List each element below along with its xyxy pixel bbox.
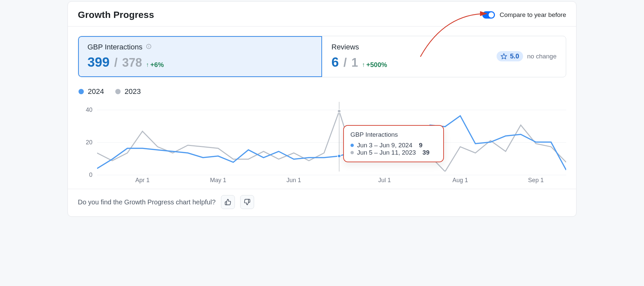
tooltip-title: GBP Interactions (350, 131, 437, 138)
value-sep: / (114, 56, 118, 70)
feedback-question: Do you find the Growth Progress chart he… (78, 198, 216, 206)
tooltip-dot (350, 151, 354, 154)
page-title: Growth Progress (78, 10, 154, 20)
svg-marker-3 (501, 53, 507, 59)
arrow-up-icon: ↑ (146, 61, 149, 68)
tab-values: 6 / 1 ↑ +500% (332, 55, 387, 70)
x-tick-label: Apr 1 (135, 177, 150, 184)
tab-reviews[interactable]: Reviews 6 / 1 ↑ +500% (322, 36, 566, 77)
tooltip-row: Jun 3 – Jun 9, 2024 9 (350, 142, 437, 149)
legend-item-prev[interactable]: 2023 (115, 87, 141, 96)
series-current-line (97, 116, 566, 170)
x-tick-label: Aug 1 (453, 177, 468, 184)
legend-label: 2023 (125, 87, 141, 96)
value-current: 6 (332, 55, 339, 70)
tab-label-text: GBP Interactions (87, 43, 142, 51)
metric-tabs: GBP Interactions 399 / 378 ↑ +6% (78, 36, 566, 77)
growth-progress-card: Growth Progress Compare to year before G… (68, 1, 576, 217)
compare-toggle[interactable] (482, 11, 495, 19)
feedback-bar: Do you find the Growth Progress chart he… (68, 189, 576, 216)
value-delta: ↑ +500% (362, 61, 387, 69)
hover-point (338, 154, 341, 158)
tooltip-row: Jun 5 – Jun 11, 2023 39 (350, 149, 437, 156)
thumbs-down-icon (244, 199, 250, 205)
tab-values: 399 / 378 ↑ +6% (87, 55, 313, 70)
tab-label: GBP Interactions (87, 43, 313, 51)
value-sep: / (344, 56, 347, 70)
delta-text: +500% (366, 61, 387, 69)
x-tick-label: May 1 (210, 177, 226, 184)
info-icon[interactable] (146, 43, 152, 51)
compare-toggle-wrap: Compare to year before (482, 11, 566, 19)
chart[interactable]: 02040 Apr 1May 1Jun 1Jul 1Aug 1Sep 1 GBP… (78, 99, 566, 185)
legend-label: 2024 (88, 87, 104, 96)
thumbs-down-button[interactable] (240, 195, 254, 209)
chart-tooltip: GBP Interactions Jun 3 – Jun 9, 2024 9 J… (343, 125, 444, 162)
thumbs-up-button[interactable] (221, 195, 235, 209)
tooltip-dot (350, 144, 354, 147)
y-tick-label: 20 (86, 139, 92, 146)
x-tick-label: Jun 1 (287, 177, 301, 184)
tooltip-label: Jun 3 – Jun 9, 2024 (357, 142, 412, 149)
tab-label: Reviews (332, 43, 387, 51)
thumbs-up-icon (225, 199, 231, 205)
hover-point (338, 109, 341, 113)
legend-item-current[interactable]: 2024 (79, 87, 104, 96)
tab-label-text: Reviews (332, 43, 359, 51)
x-axis: Apr 1May 1Jun 1Jul 1Aug 1Sep 1 (97, 177, 566, 185)
svg-point-2 (148, 45, 149, 46)
chart-legend: 2024 2023 (79, 87, 566, 96)
review-score-change: no change (527, 53, 557, 60)
tooltip-value: 9 (419, 142, 423, 149)
star-icon (501, 53, 507, 60)
legend-dot (79, 89, 84, 94)
delta-text: +6% (150, 61, 164, 69)
x-tick-label: Sep 1 (528, 177, 544, 184)
y-tick-label: 0 (89, 172, 92, 179)
chart-lines (97, 102, 566, 172)
tab-gbp-interactions[interactable]: GBP Interactions 399 / 378 ↑ +6% (78, 36, 322, 77)
legend-dot (115, 89, 121, 94)
value-prev: 1 (351, 56, 358, 70)
review-score: 5.0 (510, 52, 519, 60)
value-prev: 378 (122, 56, 142, 70)
series-prev-line (97, 111, 566, 172)
review-score-chip: 5.0 (497, 51, 523, 61)
value-delta: ↑ +6% (146, 61, 164, 69)
compare-toggle-label: Compare to year before (500, 11, 566, 19)
y-axis: 02040 (78, 102, 95, 175)
toggle-knob (489, 12, 494, 18)
arrow-up-icon: ↑ (362, 61, 365, 68)
card-body: GBP Interactions 399 / 378 ↑ +6% (68, 27, 576, 189)
x-tick-label: Jul 1 (378, 177, 391, 184)
y-tick-label: 40 (86, 107, 92, 113)
tooltip-value: 39 (422, 149, 429, 156)
value-current: 399 (87, 55, 110, 70)
tooltip-label: Jun 5 – Jun 11, 2023 (357, 149, 416, 156)
card-header: Growth Progress Compare to year before (68, 2, 576, 27)
